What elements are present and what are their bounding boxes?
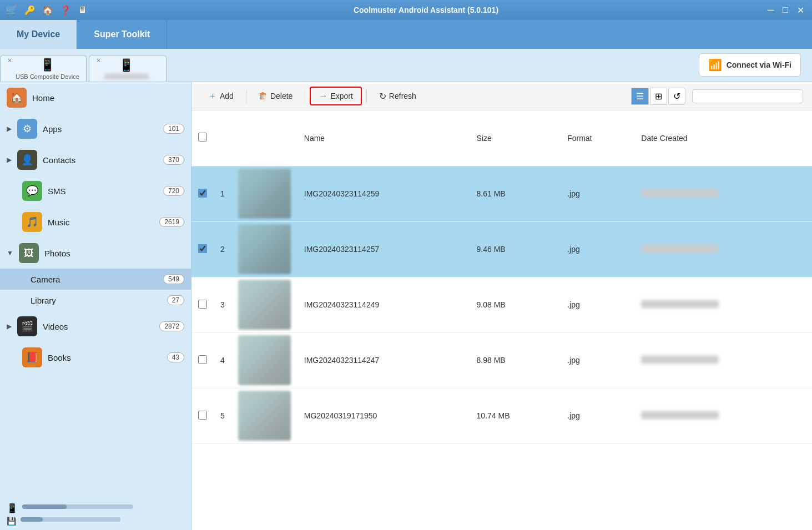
device-tab-usb[interactable]: ✕ 📱 USB Composite Device	[0, 55, 87, 82]
refresh-button[interactable]: ↻ Refresh	[371, 88, 424, 105]
refresh-spin-button[interactable]: ↺	[668, 88, 685, 105]
thumbnail-1	[238, 169, 291, 219]
camera-label: Camera	[31, 275, 158, 284]
home-label: Home	[32, 93, 184, 103]
row-checkbox-1[interactable]	[198, 189, 207, 198]
maximize-button[interactable]: □	[780, 5, 790, 16]
videos-label: Videos	[43, 322, 154, 331]
contacts-expand-icon[interactable]: ▶	[7, 156, 12, 164]
row-date-5	[634, 388, 812, 443]
file-table: Name Size Format Date Created 1 IMG20240…	[191, 110, 812, 444]
sidebar-item-videos[interactable]: ▶ 🎬 Videos 2872	[0, 311, 191, 342]
storage-bar-thumb	[22, 504, 67, 509]
books-label: Books	[48, 353, 162, 362]
close-icon-tab1[interactable]: ✕	[7, 57, 12, 64]
row-checkbox-5[interactable]	[198, 411, 207, 420]
row-checkbox-cell[interactable]	[191, 221, 214, 277]
apps-badge: 101	[163, 124, 184, 134]
row-name-1: IMG20240323114259	[297, 166, 470, 221]
table-row[interactable]: 2 IMG20240323114257 9.46 MB .jpg	[191, 221, 812, 277]
row-thumb-5	[231, 388, 297, 443]
content-area: ＋ Add 🗑 Delete → Export ↻ Refresh ☰ ⊞ ↺	[191, 82, 812, 530]
sidebar-item-home[interactable]: 🏠 Home	[0, 82, 191, 113]
row-name-5: MG20240319171950	[297, 388, 470, 443]
add-button[interactable]: ＋ Add	[200, 87, 241, 105]
device-tab-2[interactable]: ✕ 📱	[89, 55, 167, 82]
library-badge: 27	[167, 295, 184, 305]
tab-my-device[interactable]: My Device	[0, 20, 77, 49]
grid-view-button[interactable]: ⊞	[650, 88, 667, 105]
key-icon[interactable]: 🔑	[24, 5, 36, 16]
sidebar-item-contacts[interactable]: ▶ 👤 Contacts 370	[0, 144, 191, 175]
photos-label: Photos	[44, 249, 184, 258]
sms-icon: 💬	[22, 181, 42, 201]
row-checkbox-cell[interactable]	[191, 277, 214, 332]
row-checkbox-cell[interactable]	[191, 388, 214, 443]
search-input[interactable]	[692, 89, 803, 103]
row-size-2: 9.46 MB	[470, 221, 561, 277]
sidebar-scroll-area: 📱 💾	[0, 498, 191, 530]
music-icon: 🎵	[22, 212, 42, 232]
header-checkbox-col[interactable]	[191, 110, 214, 166]
refresh-icon: ↻	[379, 91, 386, 102]
table-row[interactable]: 5 MG20240319171950 10.74 MB .jpg	[191, 388, 812, 443]
left-icons[interactable]: 🛒 🔑 🏠 ❓ 🖥	[6, 4, 87, 16]
row-checkbox-cell[interactable]	[191, 332, 214, 388]
sidebar-item-apps[interactable]: ▶ ⚙ Apps 101	[0, 113, 191, 144]
row-num-3: 3	[214, 277, 231, 332]
header-format: Format	[561, 110, 634, 166]
row-checkbox-cell[interactable]	[191, 166, 214, 221]
table-row[interactable]: 1 IMG20240323114259 8.61 MB .jpg	[191, 166, 812, 221]
refresh-label: Refresh	[389, 92, 416, 100]
row-checkbox-4[interactable]	[198, 355, 207, 364]
select-all-checkbox[interactable]	[198, 133, 207, 142]
close-button[interactable]: ✕	[795, 5, 806, 16]
row-thumb-3	[231, 277, 297, 332]
sidebar-item-music[interactable]: 🎵 Music 2619	[0, 206, 191, 238]
minimize-button[interactable]: ─	[765, 5, 776, 16]
wifi-connect-label: Connect via Wi-Fi	[727, 60, 791, 69]
help-icon[interactable]: ❓	[60, 5, 71, 16]
row-num-2: 2	[214, 221, 231, 277]
cart-icon[interactable]: 🛒	[6, 4, 18, 16]
apps-icon: ⚙	[17, 119, 37, 139]
wifi-connect-button[interactable]: 📶 Connect via Wi-Fi	[699, 53, 801, 77]
row-checkbox-2[interactable]	[198, 244, 207, 253]
row-format-5: .jpg	[561, 388, 634, 443]
close-icon-tab2[interactable]: ✕	[96, 57, 101, 64]
divider-2	[305, 89, 305, 103]
row-date-3	[634, 277, 812, 332]
monitor-icon[interactable]: 🖥	[78, 5, 87, 15]
header-thumb-col	[231, 110, 297, 166]
table-row[interactable]: 4 IMG20240323114247 8.98 MB .jpg	[191, 332, 812, 388]
main-tab-bar: My Device Super Toolkit	[0, 20, 812, 49]
apps-expand-icon[interactable]: ▶	[7, 125, 12, 133]
row-size-5: 10.74 MB	[470, 388, 561, 443]
list-view-button[interactable]: ☰	[631, 88, 649, 105]
sidebar-item-library[interactable]: Library 27	[0, 290, 191, 311]
contacts-icon: 👤	[17, 150, 37, 170]
sidebar-item-books[interactable]: 📕 Books 43	[0, 342, 191, 373]
photos-expand-icon[interactable]: ▼	[7, 249, 13, 257]
tab-super-toolkit[interactable]: Super Toolkit	[77, 20, 167, 49]
videos-expand-icon[interactable]: ▶	[7, 322, 12, 330]
date-blurred-1	[641, 189, 719, 197]
table-row[interactable]: 3 IMG20240323114249 9.08 MB .jpg	[191, 277, 812, 332]
apps-label: Apps	[43, 124, 158, 134]
window-controls[interactable]: ─ □ ✕	[765, 5, 806, 16]
sidebar-item-sms[interactable]: 💬 SMS 720	[0, 175, 191, 206]
home-icon-title[interactable]: 🏠	[42, 5, 53, 16]
wifi-icon: 📶	[708, 58, 722, 72]
date-blurred-5	[641, 411, 719, 419]
row-num-5: 5	[214, 388, 231, 443]
camera-badge: 549	[163, 274, 184, 284]
row-date-2	[634, 221, 812, 277]
sidebar-item-camera[interactable]: Camera 549	[0, 269, 191, 290]
delete-button[interactable]: 🗑 Delete	[251, 88, 300, 104]
export-button[interactable]: → Export	[310, 87, 361, 105]
home-icon-sidebar: 🏠	[7, 88, 27, 108]
delete-icon: 🗑	[259, 91, 268, 101]
videos-icon: 🎬	[17, 316, 37, 336]
row-checkbox-3[interactable]	[198, 300, 207, 309]
sidebar-item-photos[interactable]: ▼ 🖼 Photos	[0, 238, 191, 269]
